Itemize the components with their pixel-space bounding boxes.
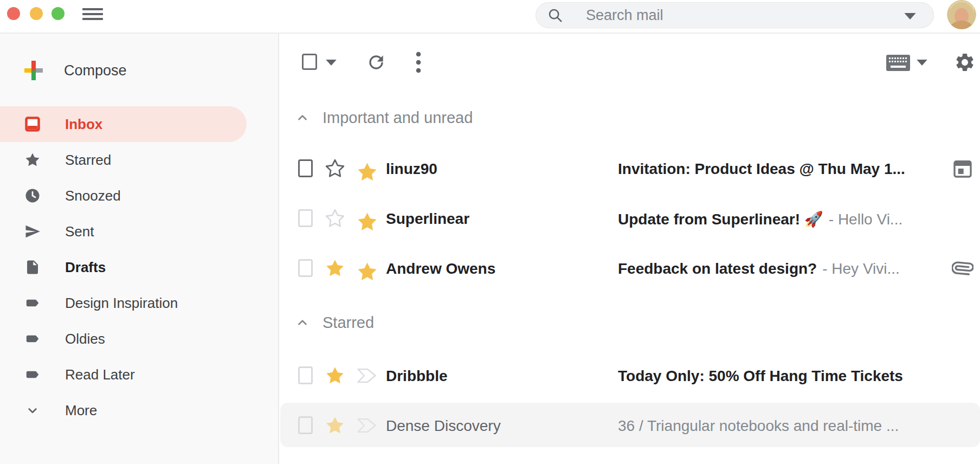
more-vertical-icon[interactable] <box>416 51 421 73</box>
importance-marker-icon[interactable] <box>356 211 378 226</box>
sidebar-item-label: Design Inspiration <box>65 295 178 312</box>
compose-label: Compose <box>64 62 127 79</box>
email-row[interactable]: Superlinear Update from Superlinear! 🚀- … <box>280 194 980 243</box>
file-icon <box>24 259 41 275</box>
sidebar-item-starred[interactable]: Starred <box>0 142 278 178</box>
plus-icon <box>23 60 44 81</box>
section-title: Important and unread <box>323 109 473 127</box>
collapse-chevron-icon[interactable] <box>295 111 310 125</box>
email-sender: Superlinear <box>386 210 608 228</box>
send-icon <box>24 223 41 240</box>
sidebar-item-label: Oldies <box>65 331 105 347</box>
zoom-window-button[interactable] <box>51 7 65 20</box>
email-snippet: - Hey Vivi... <box>822 260 900 277</box>
keyboard-caret-icon[interactable] <box>917 60 927 66</box>
email-row[interactable]: Dribbble Today Only: 50% Off Hang Time T… <box>280 351 980 401</box>
sidebar-item-label: Starred <box>65 152 111 169</box>
sidebar: Compose Inbox Starred Snoozed Sent Draft… <box>0 34 279 464</box>
sidebar-item-inbox[interactable]: Inbox <box>0 106 247 142</box>
email-select-checkbox[interactable] <box>298 366 313 384</box>
minimize-window-button[interactable] <box>30 7 43 20</box>
email-snippet: - Hello Vi... <box>829 211 902 228</box>
importance-marker-icon[interactable] <box>356 418 378 433</box>
collapse-chevron-icon[interactable] <box>295 315 310 330</box>
sidebar-item-design-inspiration[interactable]: Design Inspiration <box>0 285 278 321</box>
email-subject-line: Feedback on latest design?- Hey Vivi... <box>618 260 941 278</box>
email-select-checkbox[interactable] <box>298 209 313 227</box>
sidebar-item-label: Read Later <box>65 366 135 383</box>
star-icon[interactable] <box>325 365 345 386</box>
email-subject-line: Update from Superlinear! 🚀- Hello Vi... <box>618 210 941 228</box>
label-icon <box>24 295 41 311</box>
search-icon <box>547 7 563 23</box>
email-sender: linuz90 <box>386 160 608 178</box>
refresh-icon[interactable] <box>366 52 386 73</box>
email-subject: Invitation: Product Ideas @ Thu May 1... <box>618 160 905 177</box>
importance-marker-icon[interactable] <box>356 368 378 383</box>
app-window: Search mail Compose I <box>0 0 980 464</box>
sidebar-nav: Inbox Starred Snoozed Sent Drafts Design… <box>0 106 278 428</box>
compose-button[interactable]: Compose <box>0 53 278 88</box>
label-icon <box>24 331 41 347</box>
sidebar-item-label: More <box>65 402 97 419</box>
email-subject-line: 36 / Triangular notebooks and real-time … <box>618 417 941 435</box>
paperclip-icon[interactable] <box>952 257 973 279</box>
search-input[interactable]: Search mail <box>536 2 934 28</box>
email-select-checkbox[interactable] <box>298 159 313 177</box>
hamburger-menu-icon[interactable] <box>82 8 103 21</box>
email-row[interactable]: Andrew Owens Feedback on latest design?-… <box>280 243 980 293</box>
email-select-checkbox[interactable] <box>298 259 313 277</box>
sidebar-item-label: Inbox <box>65 116 102 133</box>
select-all-checkbox[interactable] <box>302 54 317 70</box>
email-row[interactable]: Dense Discovery 36 / Triangular notebook… <box>280 401 980 450</box>
section-header-important[interactable]: Important and unread <box>280 106 980 130</box>
star-icon <box>24 152 41 168</box>
email-list-important: linuz90 Invitation: Product Ideas @ Thu … <box>280 144 980 293</box>
sidebar-item-drafts[interactable]: Drafts <box>0 249 278 285</box>
inbox-icon <box>24 116 41 132</box>
section-header-starred[interactable]: Starred <box>280 311 980 334</box>
star-icon[interactable] <box>325 158 345 179</box>
settings-gear-icon[interactable] <box>954 51 976 73</box>
email-sender: Dense Discovery <box>386 417 608 435</box>
sidebar-item-oldies[interactable]: Oldies <box>0 321 278 357</box>
email-list-starred: Dribbble Today Only: 50% Off Hang Time T… <box>280 351 980 450</box>
sidebar-item-more[interactable]: More <box>0 392 278 428</box>
user-avatar[interactable] <box>947 0 976 29</box>
label-icon <box>24 366 41 383</box>
email-sender: Andrew Owens <box>386 260 608 278</box>
header-bar: Search mail <box>0 0 980 34</box>
email-subject: 36 / Triangular notebooks and real-time … <box>618 417 899 434</box>
sidebar-item-sent[interactable]: Sent <box>0 214 278 249</box>
email-sender: Dribbble <box>386 368 608 385</box>
section-title: Starred <box>323 314 374 332</box>
sidebar-item-label: Drafts <box>65 259 106 276</box>
email-subject-line: Invitation: Product Ideas @ Thu May 1... <box>618 160 941 178</box>
star-icon[interactable] <box>325 415 345 436</box>
email-subject: Update from Superlinear! 🚀 <box>618 211 823 228</box>
sidebar-item-snoozed[interactable]: Snoozed <box>0 178 278 214</box>
email-select-checkbox[interactable] <box>298 416 313 434</box>
email-subject-line: Today Only: 50% Off Hang Time Tickets <box>618 368 941 385</box>
chevron-down-icon <box>24 402 41 418</box>
keyboard-icon[interactable] <box>886 55 910 71</box>
star-icon[interactable] <box>325 258 345 279</box>
list-toolbar <box>280 44 980 80</box>
select-caret-icon[interactable] <box>326 60 337 66</box>
sidebar-item-read-later[interactable]: Read Later <box>0 357 278 392</box>
search-options-caret-icon[interactable] <box>904 13 916 20</box>
mail-list-area: Important and unread linuz90 Invitation:… <box>280 34 980 464</box>
close-window-button[interactable] <box>7 7 20 20</box>
email-subject: Today Only: 50% Off Hang Time Tickets <box>618 368 903 384</box>
email-row[interactable]: linuz90 Invitation: Product Ideas @ Thu … <box>280 144 980 194</box>
search-placeholder: Search mail <box>586 7 663 24</box>
importance-marker-icon[interactable] <box>356 161 378 176</box>
calendar-icon[interactable] <box>952 158 973 179</box>
sidebar-item-label: Snoozed <box>65 188 121 204</box>
star-icon[interactable] <box>325 208 345 229</box>
clock-icon <box>24 188 41 204</box>
email-subject: Feedback on latest design? <box>618 260 817 277</box>
importance-marker-icon[interactable] <box>356 261 378 276</box>
sidebar-item-label: Sent <box>65 223 94 240</box>
